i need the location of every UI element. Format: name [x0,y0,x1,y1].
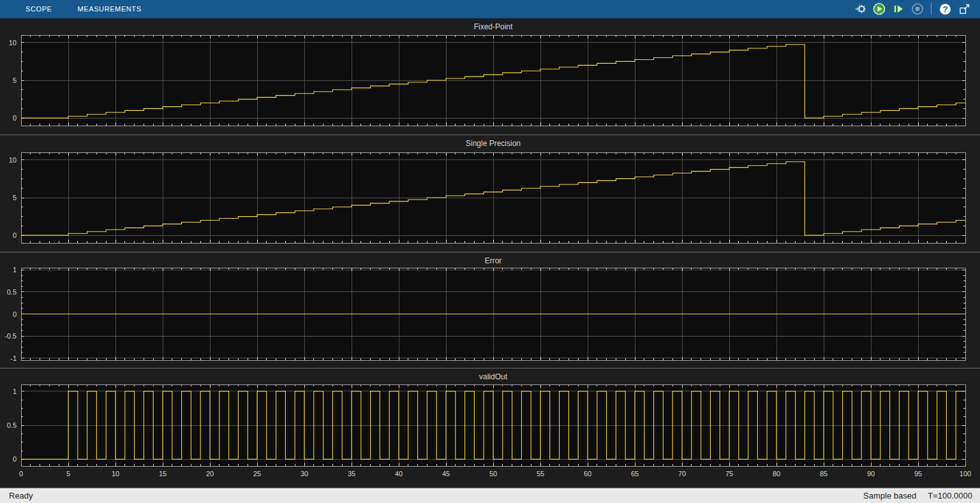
tab-measurements[interactable]: MEASUREMENTS [65,0,154,18]
x-tick-label: 60 [584,470,591,477]
toolstrip: SCOPE MEASUREMENTS [0,0,980,18]
x-tick-label: 30 [301,470,308,477]
chart-fixed-point[interactable]: 0510 [0,18,980,135]
status-right-group: Sample based T=100.0000 [863,491,972,500]
x-tick-label: 45 [442,470,450,477]
undock-arrow-icon [958,3,971,15]
simulation-settings-button[interactable] [852,1,868,17]
x-tick-label: 15 [159,470,167,477]
display-panel-validout: validOut 00.5105101520253035404550556065… [0,368,980,488]
y-tick-label: 1 [13,388,17,395]
x-tick-label: 10 [112,470,119,477]
tab-scope[interactable]: SCOPE [13,0,65,18]
x-tick-label: 65 [631,470,639,477]
y-tick-label: 5 [13,77,17,84]
y-tick-label: 0.5 [7,288,17,296]
x-tick-label: 35 [348,470,355,477]
y-tick-label: -0.5 [4,332,17,340]
chart-validout[interactable]: 00.5105101520253035404550556065707580859… [0,368,980,488]
x-tick-label: 20 [206,470,214,477]
run-play-icon [873,3,886,15]
help-button[interactable]: ? [937,1,953,17]
stop-icon [911,3,924,15]
x-tick-label: 100 [960,470,971,477]
x-tick-label: 95 [914,470,922,477]
status-bar: Ready Sample based T=100.0000 [0,488,980,503]
x-tick-label: 55 [537,470,544,477]
y-tick-label: 10 [9,156,17,164]
x-tick-label: 90 [867,470,875,477]
x-tick-label: 5 [66,470,70,477]
x-tick-label: 50 [489,470,497,477]
gridlines [21,152,965,243]
x-tick-label: 40 [395,470,403,477]
x-tick-label: 85 [820,470,828,477]
y-tick-label: 5 [13,194,17,201]
x-tick-label: 80 [773,470,780,477]
toolbar-separator [931,3,932,15]
x-tick-label: 25 [253,470,261,477]
step-forward-button[interactable] [890,1,906,17]
status-ready-text: Ready [9,491,33,500]
x-tick-label: 75 [725,470,733,477]
y-tick-label: 0 [13,310,17,318]
step-forward-icon [892,3,905,15]
y-tick-label: 10 [9,39,17,47]
x-tick-label: 70 [678,470,686,477]
stop-button[interactable] [909,1,925,17]
signal-line-3 [21,391,965,460]
chart-error[interactable]: 10.50-0.5-1 [0,252,980,368]
status-sim-time: T=100.0000 [928,491,972,500]
help-question-icon: ? [940,4,951,15]
x-tick-label: 0 [19,470,23,477]
scope-window: SCOPE MEASUREMENTS [0,0,980,503]
y-tick-label: 0 [13,114,17,122]
chart-single-precision[interactable]: 0510 [0,135,980,252]
y-tick-label: 0 [13,231,17,239]
display-panel-error: Error 10.50-0.5-1 [0,252,980,368]
gridlines [21,35,965,126]
y-tick-label: 1 [13,266,17,273]
run-button[interactable] [871,1,887,17]
display-panel-single-precision: Single Precision 0510 [0,135,980,252]
toolbar-button-group: ? [852,0,980,18]
undock-button[interactable] [956,1,972,17]
display-panel-fixed-point: Fixed-Point 0510 [0,18,980,135]
settings-gear-icon [853,3,867,15]
toolstrip-tabs: SCOPE MEASUREMENTS [0,0,154,18]
y-tick-label: 0 [13,455,17,463]
y-tick-label: 0.5 [7,421,17,429]
status-sample-mode: Sample based [863,491,916,500]
y-tick-label: -1 [10,354,17,362]
